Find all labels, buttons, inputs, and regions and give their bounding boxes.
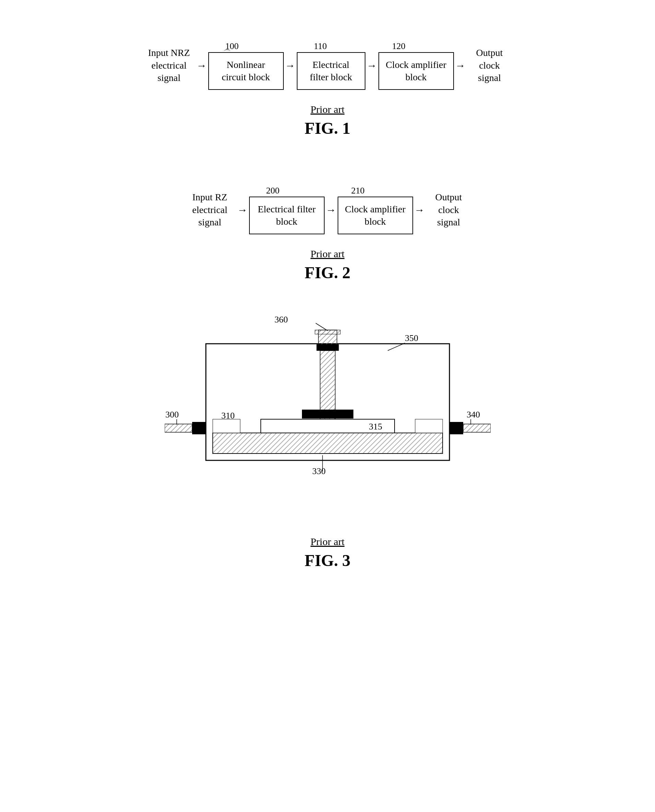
fig2-arrow-2: → [326,204,336,216]
svg-text:315: 315 [369,422,382,431]
fig1-prior-art: Prior art [28,104,627,115]
svg-rect-16 [463,424,490,432]
svg-rect-8 [317,344,339,351]
svg-rect-14 [199,422,206,434]
svg-rect-13 [165,424,192,432]
fig1-section: Input NRZ electrical signal → 100 ⌒ Nonl… [28,21,627,138]
svg-rect-6 [415,419,443,433]
svg-rect-15 [456,422,463,434]
fig3-prior-art: Prior art [28,536,627,548]
svg-text:340: 340 [467,410,480,419]
page: Input NRZ electrical signal → 100 ⌒ Nonl… [0,0,655,812]
fig1-title: FIG. 1 [28,119,627,138]
svg-line-18 [316,323,328,331]
svg-text:330: 330 [312,466,326,476]
svg-text:320: 320 [336,411,350,421]
svg-rect-17 [449,422,456,434]
svg-text:300: 300 [165,410,179,419]
fig2-section: Input RZ electrical signal → 200 Electri… [28,165,627,282]
fig2-prior-art: Prior art [28,248,627,260]
fig2-arrow-1: → [237,204,248,216]
fig1-output-label: Output clock signal [469,47,510,84]
fig3-svg: 360 350 300 310 320 315 330 [165,316,490,508]
fig3-title: FIG. 3 [28,551,627,570]
fig1-arrow-1: → [197,60,207,71]
fig2-input-label: Input RZ electrical signal [186,191,234,229]
svg-rect-5 [213,419,240,433]
fig1-arrow-3: → [367,60,377,71]
svg-rect-7 [320,351,335,419]
fig2-title: FIG. 2 [28,263,627,282]
fig1-input-label: Input NRZ electrical signal [145,47,193,84]
fig2-arrow-3: → [415,204,425,216]
fig2-ref-200: 200 [266,186,280,196]
fig2-ref-210: 210 [351,186,365,196]
fig2-block-210: Clock amplifier block [338,196,413,234]
fig1-ref-120: 120 [392,41,406,51]
svg-text:350: 350 [405,333,418,343]
fig2-block-200: Electrical filter block [249,196,324,234]
fig1-arrow-4: → [455,60,466,71]
fig2-output-label: Output clock signal [428,191,469,229]
svg-rect-12 [192,422,200,434]
fig1-ref-110: 110 [314,41,327,51]
fig1-block-120: Clock amplifier block [378,52,454,90]
svg-text:310: 310 [221,411,235,421]
fig3-section: 360 350 300 310 320 315 330 [28,309,627,570]
fig1-arrow-2: → [285,60,295,71]
fig1-block-100: Nonlinear circuit block [208,52,284,90]
svg-rect-3 [213,433,443,453]
svg-text:360: 360 [275,316,288,324]
fig1-block-110: Electrical filter block [297,52,365,90]
